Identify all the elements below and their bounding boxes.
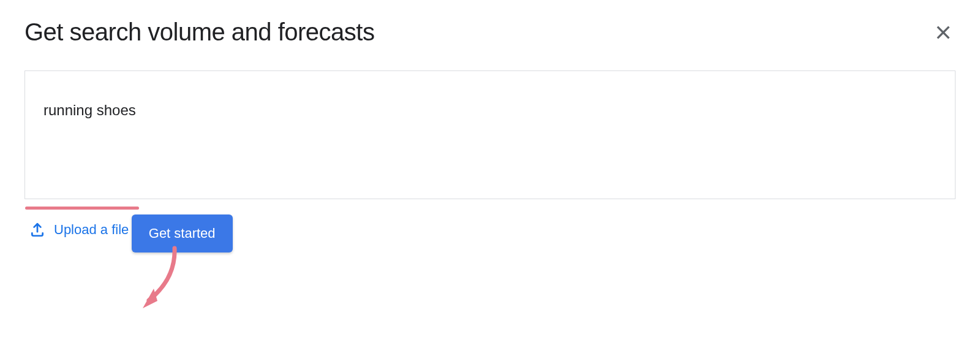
dialog-title: Get search volume and forecasts bbox=[24, 18, 374, 46]
annotation-underline bbox=[25, 207, 139, 210]
dialog-header: Get search volume and forecasts bbox=[24, 18, 956, 46]
keywords-input[interactable]: running shoes bbox=[24, 70, 956, 199]
get-started-button[interactable]: Get started bbox=[132, 214, 233, 252]
keywords-input-text: running shoes bbox=[43, 102, 136, 119]
upload-file-link[interactable]: Upload a file bbox=[24, 222, 129, 238]
close-button[interactable] bbox=[931, 20, 956, 45]
upload-file-label: Upload a file bbox=[54, 222, 129, 238]
annotation-arrow bbox=[132, 242, 193, 316]
upload-icon bbox=[29, 222, 45, 238]
close-icon bbox=[933, 23, 953, 42]
